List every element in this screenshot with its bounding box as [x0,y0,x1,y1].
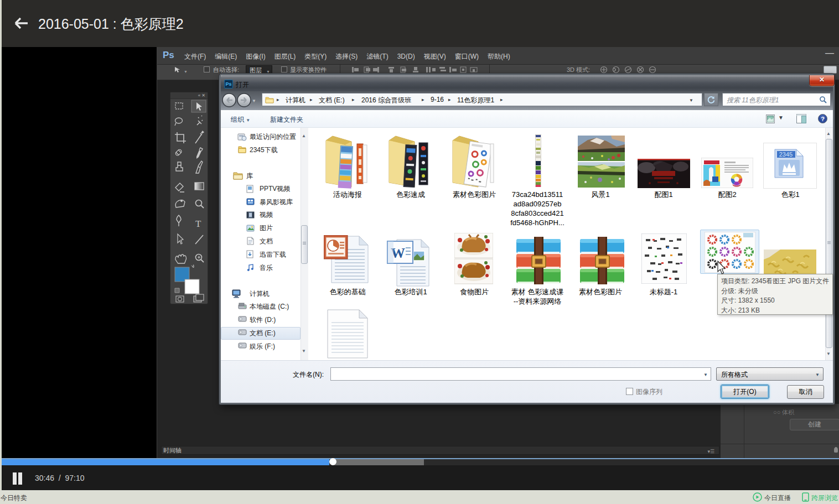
svg-text:?: ? [821,116,825,122]
svg-text:T: T [195,219,201,229]
svg-text:2345: 2345 [779,151,793,158]
